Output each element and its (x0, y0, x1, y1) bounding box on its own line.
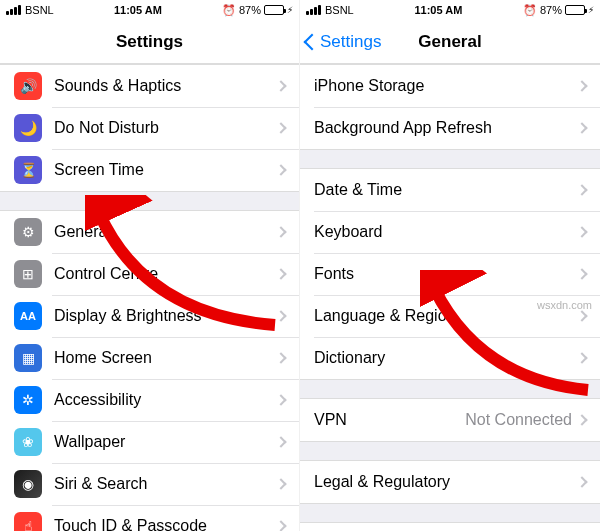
settings-screen: BSNL 11:05 AM ⏰ 87% ⚡︎ Settings 🔊 Sounds… (0, 0, 300, 531)
chevron-right-icon (275, 164, 286, 175)
group-system: Date & Time Keyboard Fonts Language & Re… (300, 168, 600, 380)
display-icon: AA (14, 302, 42, 330)
row-touch-id[interactable]: ☝︎ Touch ID & Passcode (0, 505, 299, 531)
chevron-right-icon (576, 268, 587, 279)
signal-icon (6, 5, 21, 15)
row-keyboard[interactable]: Keyboard (300, 211, 600, 253)
group-legal: Legal & Regulatory (300, 460, 600, 504)
chevron-right-icon (275, 394, 286, 405)
row-label: Control Centre (54, 265, 277, 283)
battery-pct: 87% (540, 4, 562, 16)
alarm-icon: ⏰ (523, 4, 537, 17)
row-legal-regulatory[interactable]: Legal & Regulatory (300, 461, 600, 503)
group-device: ⚙︎ General ⊞ Control Centre AA Display &… (0, 210, 299, 531)
chevron-right-icon (576, 184, 587, 195)
group-notifications: 🔊 Sounds & Haptics 🌙 Do Not Disturb ⏳ Sc… (0, 64, 299, 192)
row-general[interactable]: ⚙︎ General (0, 211, 299, 253)
row-label: iPhone Storage (314, 77, 578, 95)
carrier-label: BSNL (325, 4, 354, 16)
general-screen: BSNL 11:05 AM ⏰ 87% ⚡︎ Settings General … (300, 0, 600, 531)
clock: 11:05 AM (414, 4, 462, 16)
dnd-icon: 🌙 (14, 114, 42, 142)
signal-icon (306, 5, 321, 15)
back-label: Settings (320, 32, 381, 52)
charging-icon: ⚡︎ (287, 5, 293, 15)
chevron-right-icon (576, 414, 587, 425)
chevron-right-icon (275, 310, 286, 321)
group-reset: Reset (300, 522, 600, 531)
row-home-screen[interactable]: ▦ Home Screen (0, 337, 299, 379)
row-display-brightness[interactable]: AA Display & Brightness (0, 295, 299, 337)
home-screen-icon: ▦ (14, 344, 42, 372)
row-label: Date & Time (314, 181, 578, 199)
siri-icon: ◉ (14, 470, 42, 498)
touch-id-icon: ☝︎ (14, 512, 42, 531)
chevron-right-icon (576, 476, 587, 487)
alarm-icon: ⏰ (222, 4, 236, 17)
clock: 11:05 AM (114, 4, 162, 16)
back-button[interactable]: Settings (306, 20, 381, 63)
charging-icon: ⚡︎ (588, 5, 594, 15)
row-accessibility[interactable]: ✲ Accessibility (0, 379, 299, 421)
chevron-right-icon (576, 122, 587, 133)
row-label: Background App Refresh (314, 119, 578, 137)
chevron-right-icon (275, 478, 286, 489)
chevron-left-icon (304, 33, 321, 50)
gear-icon: ⚙︎ (14, 218, 42, 246)
row-wallpaper[interactable]: ❀ Wallpaper (0, 421, 299, 463)
group-storage: iPhone Storage Background App Refresh (300, 64, 600, 150)
row-dictionary[interactable]: Dictionary (300, 337, 600, 379)
screentime-icon: ⏳ (14, 156, 42, 184)
row-siri-search[interactable]: ◉ Siri & Search (0, 463, 299, 505)
battery-icon (264, 5, 284, 15)
page-title: Settings (116, 32, 183, 52)
group-vpn: VPN Not Connected (300, 398, 600, 442)
row-label: Wallpaper (54, 433, 277, 451)
row-reset[interactable]: Reset (300, 523, 600, 531)
row-label: Legal & Regulatory (314, 473, 578, 491)
chevron-right-icon (275, 268, 286, 279)
watermark: wsxdn.com (537, 299, 592, 311)
control-centre-icon: ⊞ (14, 260, 42, 288)
row-label: Dictionary (314, 349, 578, 367)
row-label: Touch ID & Passcode (54, 517, 277, 531)
chevron-right-icon (275, 80, 286, 91)
wallpaper-icon: ❀ (14, 428, 42, 456)
general-list[interactable]: iPhone Storage Background App Refresh Da… (300, 64, 600, 531)
page-title: General (418, 32, 481, 52)
row-control-centre[interactable]: ⊞ Control Centre (0, 253, 299, 295)
battery-icon (565, 5, 585, 15)
row-label: Accessibility (54, 391, 277, 409)
battery-pct: 87% (239, 4, 261, 16)
chevron-right-icon (275, 436, 286, 447)
carrier-label: BSNL (25, 4, 54, 16)
row-value: Not Connected (465, 411, 572, 429)
settings-list[interactable]: 🔊 Sounds & Haptics 🌙 Do Not Disturb ⏳ Sc… (0, 64, 299, 531)
chevron-right-icon (275, 352, 286, 363)
row-label: Display & Brightness (54, 307, 277, 325)
chevron-right-icon (576, 310, 587, 321)
chevron-right-icon (576, 226, 587, 237)
row-sounds-haptics[interactable]: 🔊 Sounds & Haptics (0, 65, 299, 107)
row-label: Keyboard (314, 223, 578, 241)
row-iphone-storage[interactable]: iPhone Storage (300, 65, 600, 107)
chevron-right-icon (576, 80, 587, 91)
chevron-right-icon (275, 122, 286, 133)
row-screen-time[interactable]: ⏳ Screen Time (0, 149, 299, 191)
row-do-not-disturb[interactable]: 🌙 Do Not Disturb (0, 107, 299, 149)
row-date-time[interactable]: Date & Time (300, 169, 600, 211)
sounds-icon: 🔊 (14, 72, 42, 100)
nav-bar: Settings General (300, 20, 600, 64)
row-label: General (54, 223, 277, 241)
row-label: Fonts (314, 265, 578, 283)
row-background-app-refresh[interactable]: Background App Refresh (300, 107, 600, 149)
chevron-right-icon (576, 352, 587, 363)
chevron-right-icon (275, 520, 286, 531)
accessibility-icon: ✲ (14, 386, 42, 414)
status-bar: BSNL 11:05 AM ⏰ 87% ⚡︎ (300, 0, 600, 20)
chevron-right-icon (275, 226, 286, 237)
nav-bar: Settings (0, 20, 299, 64)
row-vpn[interactable]: VPN Not Connected (300, 399, 600, 441)
row-fonts[interactable]: Fonts (300, 253, 600, 295)
row-label: Do Not Disturb (54, 119, 277, 137)
